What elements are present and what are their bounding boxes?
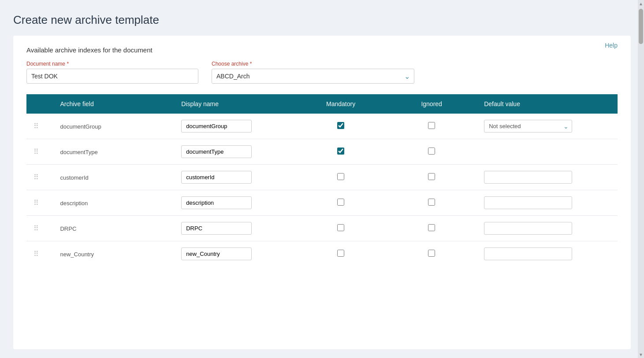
table-row: ⠿ new_Country: [26, 241, 618, 267]
display-name-input[interactable]: [181, 171, 252, 184]
drag-handle-icon[interactable]: ⠿: [34, 122, 39, 130]
scroll-down-arrow[interactable]: ▼: [638, 351, 644, 358]
choose-archive-select-wrapper: ABCD_Arch Other Archive ⌄: [212, 69, 414, 84]
mandatory-checkbox[interactable]: [337, 224, 344, 231]
ignored-checkbox[interactable]: [428, 148, 435, 155]
default-value-input[interactable]: [484, 196, 572, 209]
ignored-checkbox[interactable]: [428, 250, 435, 257]
archive-field-name: documentType: [60, 149, 97, 155]
display-name-input[interactable]: [181, 196, 252, 209]
table-row: ⠿ documentGroup: [26, 114, 618, 139]
choose-archive-group: Choose archive * ABCD_Arch Other Archive…: [212, 61, 414, 84]
archive-field-cell: customerId: [53, 165, 174, 190]
drag-handle-icon[interactable]: ⠿: [34, 148, 39, 155]
display-name-cell: [174, 216, 295, 241]
default-value-select[interactable]: Not selected: [484, 120, 572, 133]
help-link[interactable]: Help: [605, 42, 618, 49]
drag-handle-icon[interactable]: ⠿: [34, 199, 39, 207]
ignored-cell: [386, 114, 477, 139]
archive-field-name: description: [60, 200, 88, 207]
ignored-cell: [386, 216, 477, 241]
ignored-checkbox[interactable]: [428, 224, 435, 231]
default-value-cell: [477, 190, 618, 216]
default-value-cell: [477, 241, 618, 267]
ignored-checkbox[interactable]: [428, 122, 435, 129]
ignored-cell: [386, 165, 477, 190]
mandatory-checkbox[interactable]: [337, 122, 344, 129]
mandatory-checkbox[interactable]: [337, 199, 344, 206]
ignored-cell: [386, 190, 477, 216]
archive-field-cell: documentGroup: [53, 114, 174, 139]
choose-archive-select[interactable]: ABCD_Arch Other Archive: [212, 69, 414, 84]
default-value-cell: [477, 165, 618, 190]
ignored-cell: [386, 241, 477, 267]
drag-handle-icon[interactable]: ⠿: [34, 250, 39, 258]
mandatory-checkbox[interactable]: [337, 148, 344, 155]
archive-field-name: customerId: [60, 174, 88, 181]
display-name-cell: [174, 190, 295, 216]
display-name-input[interactable]: [181, 120, 252, 133]
mandatory-cell: [295, 241, 386, 267]
section-title: Available archive indexes for the docume…: [26, 46, 618, 54]
display-name-cell: [174, 165, 295, 190]
archive-field-cell: documentType: [53, 139, 174, 165]
drag-handle-icon[interactable]: ⠿: [34, 173, 39, 181]
page-container: Create new archive template Help Availab…: [0, 0, 644, 358]
choose-archive-label: Choose archive *: [212, 61, 414, 67]
col-mandatory: Mandatory: [295, 94, 386, 114]
document-name-label: Document name *: [26, 61, 198, 67]
drag-handle-cell: ⠿: [26, 165, 53, 190]
table-row: ⠿ customerId: [26, 165, 618, 190]
display-name-cell: [174, 139, 295, 165]
document-name-input[interactable]: [26, 69, 198, 84]
page-scrollbar: ▲ ▼: [638, 0, 644, 358]
drag-handle-cell: ⠿: [26, 241, 53, 267]
default-value-input[interactable]: [484, 247, 572, 260]
archive-table: Archive field Display name Mandatory Ign…: [26, 94, 618, 266]
mandatory-checkbox[interactable]: [337, 173, 344, 180]
col-handle: [26, 94, 53, 114]
default-value-cell: [477, 216, 618, 241]
drag-handle-cell: ⠿: [26, 190, 53, 216]
default-value-select-wrapper: Not selected ⌄: [484, 120, 572, 133]
col-default-value: Default value: [477, 94, 618, 114]
mandatory-cell: [295, 190, 386, 216]
col-ignored: Ignored: [386, 94, 477, 114]
drag-handle-cell: ⠿: [26, 114, 53, 139]
display-name-cell: [174, 114, 295, 139]
default-value-input[interactable]: [484, 222, 572, 235]
default-value-input[interactable]: [484, 171, 572, 184]
document-name-group: Document name *: [26, 61, 198, 84]
col-archive-field: Archive field: [53, 94, 174, 114]
table-row: ⠿ documentType: [26, 139, 618, 165]
mandatory-cell: [295, 216, 386, 241]
display-name-input[interactable]: [181, 247, 252, 260]
drag-handle-cell: ⠿: [26, 139, 53, 165]
archive-field-name: DRPC: [60, 225, 76, 232]
drag-handle-cell: ⠿: [26, 216, 53, 241]
archive-field-cell: new_Country: [53, 241, 174, 267]
default-value-cell: [477, 139, 618, 165]
default-value-cell: Not selected ⌄: [477, 114, 618, 139]
form-row: Document name * Choose archive * ABCD_Ar…: [26, 61, 618, 84]
mandatory-cell: [295, 139, 386, 165]
ignored-checkbox[interactable]: [428, 199, 435, 206]
drag-handle-icon[interactable]: ⠿: [34, 225, 39, 232]
display-name-input[interactable]: [181, 145, 252, 158]
archive-field-cell: description: [53, 190, 174, 216]
table-row: ⠿ DRPC: [26, 216, 618, 241]
mandatory-cell: [295, 114, 386, 139]
mandatory-cell: [295, 165, 386, 190]
archive-field-name: documentGroup: [60, 123, 101, 130]
table-header: Archive field Display name Mandatory Ign…: [26, 94, 618, 114]
archive-field-cell: DRPC: [53, 216, 174, 241]
col-display-name: Display name: [174, 94, 295, 114]
mandatory-checkbox[interactable]: [337, 250, 344, 257]
scroll-up-arrow[interactable]: ▲: [638, 0, 644, 7]
display-name-input[interactable]: [181, 222, 252, 235]
archive-field-name: new_Country: [60, 251, 94, 258]
scroll-thumb[interactable]: [639, 9, 643, 44]
ignored-checkbox[interactable]: [428, 173, 435, 180]
table-row: ⠿ description: [26, 190, 618, 216]
display-name-cell: [174, 241, 295, 267]
